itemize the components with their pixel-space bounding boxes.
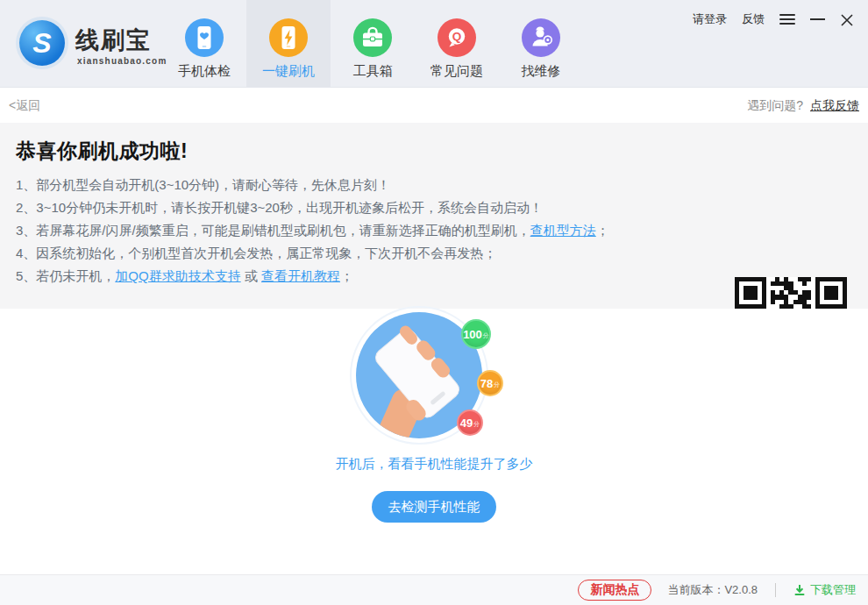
instruction-line: 2、3~10分钟仍未开机时，请长按开机键3~20秒，出现开机迹象后松开，系统会自… [16, 196, 717, 219]
feedback-link[interactable]: 反馈 [742, 11, 765, 27]
instruction-line: 5、若仍未开机，加QQ群求助技术支持 或 查看开机教程； [16, 265, 717, 288]
nav-item-phone-checkup[interactable]: 手机体检 [162, 0, 246, 88]
nav-label: 工具箱 [331, 63, 415, 80]
breadcrumb-row: <返回 遇到问题? 点我反馈 [0, 89, 868, 123]
menu-icon[interactable] [779, 13, 795, 25]
inline-link[interactable]: 查机型方法 [530, 223, 596, 238]
instruction-text: 4、因系统初始化，个别机型首次开机会发热，属正常现象，下次开机不会再发热； [16, 246, 496, 260]
svg-text:Q: Q [452, 30, 462, 43]
score-badge-100: 100 分 [461, 319, 491, 349]
score-unit: 分 [483, 331, 489, 340]
download-manager-link[interactable]: 下载管理 [793, 582, 856, 598]
phone-flash-icon [269, 18, 308, 57]
phone-health-icon [185, 18, 224, 57]
inline-link[interactable]: 查看开机教程 [261, 268, 340, 283]
instruction-text: ； [596, 223, 609, 238]
nav-label: 一键刷机 [246, 63, 331, 80]
score-value: 49 [460, 416, 473, 430]
success-notice-section: 恭喜你刷机成功啦! 1、部分机型会自动开机(3~10分钟)，请耐心等待，先休息片… [0, 123, 868, 309]
success-title: 恭喜你刷机成功啦! [16, 138, 188, 165]
feedback-here-link[interactable]: 点我反馈 [810, 98, 859, 112]
nav-label: 找维修 [499, 63, 583, 80]
score-value: 100 [463, 328, 482, 341]
minimize-icon[interactable] [810, 11, 825, 28]
nav-item-repair[interactable]: 找维修 [499, 0, 583, 88]
login-link[interactable]: 请登录 [693, 11, 727, 27]
performance-section: 100 分 78 分 49 分 开机后，看看手机性能提升了多少 去检测手机性能 [0, 309, 868, 574]
nav-item-one-key-flash[interactable]: 一键刷机 [246, 0, 331, 88]
instruction-line: 1、部分机型会自动开机(3~10分钟)，请耐心等待，先休息片刻！ [16, 174, 717, 196]
logo-icon: S [19, 20, 65, 66]
repair-icon [522, 18, 560, 57]
nav-label: 常见问题 [415, 63, 499, 80]
window-controls: 请登录 反馈 [693, 11, 854, 28]
news-hotspot-button[interactable]: 新闻热点 [578, 580, 651, 601]
check-performance-button[interactable]: 去检测手机性能 [372, 491, 496, 523]
header: S 线刷宝 xianshuabao.com 手机体检 [0, 0, 868, 88]
app-logo[interactable]: S 线刷宝 xianshuabao.com [18, 19, 167, 70]
version-label: 当前版本：V2.0.8 [667, 582, 758, 598]
instruction-line: 4、因系统初始化，个别机型首次开机会发热，属正常现象，下次开机不会再发热； [16, 242, 717, 265]
instruction-list: 1、部分机型会自动开机(3~10分钟)，请耐心等待，先休息片刻！2、3~10分钟… [16, 174, 717, 288]
instruction-text: 5、若仍未开机， [16, 268, 115, 283]
footer: 新闻热点 当前版本：V2.0.8 下载管理 [0, 574, 868, 605]
score-badge-78: 78 分 [477, 370, 503, 396]
close-icon[interactable] [840, 11, 854, 28]
instruction-text: 3、若屏幕花屏/闪屏/频繁重启，可能是刷错机型或刷机包，请重新选择正确的机型刷机… [16, 223, 530, 238]
problem-prompt-text: 遇到问题? [747, 98, 803, 112]
download-icon [793, 584, 806, 596]
download-label: 下载管理 [810, 582, 856, 598]
nav-item-toolbox[interactable]: 工具箱 [331, 0, 415, 88]
toolbox-icon [353, 18, 392, 57]
score-badge-49: 49 分 [457, 409, 483, 436]
question-icon: Q [438, 18, 476, 57]
brand-name: 线刷宝 [75, 25, 152, 56]
score-unit: 分 [473, 420, 480, 429]
instruction-line: 3、若屏幕花屏/闪屏/频繁重启，可能是刷错机型或刷机包，请重新选择正确的机型刷机… [16, 219, 717, 242]
brand-domain: xianshuabao.com [77, 56, 167, 66]
footer-divider [775, 583, 776, 597]
nav-label: 手机体检 [162, 63, 246, 80]
instruction-text: 1、部分机型会自动开机(3~10分钟)，请耐心等待，先休息片刻！ [16, 177, 390, 192]
inline-link[interactable]: 加QQ群求助技术支持 [115, 268, 240, 283]
score-value: 78 [480, 377, 493, 390]
instruction-text: 2、3~10分钟仍未开机时，请长按开机键3~20秒，出现开机迹象后松开，系统会自… [16, 200, 543, 215]
score-unit: 分 [494, 381, 500, 389]
instruction-text: ； [340, 268, 353, 283]
performance-caption: 开机后，看看手机性能提升了多少 [0, 456, 868, 473]
nav-item-faq[interactable]: Q 常见问题 [415, 0, 499, 88]
main-nav: 手机体检 一键刷机 [162, 0, 583, 88]
app-window: S 线刷宝 xianshuabao.com 手机体检 [0, 0, 868, 605]
instruction-text: 或 [241, 268, 261, 283]
problem-prompt: 遇到问题? 点我反馈 [747, 98, 859, 114]
back-link[interactable]: <返回 [9, 98, 40, 114]
